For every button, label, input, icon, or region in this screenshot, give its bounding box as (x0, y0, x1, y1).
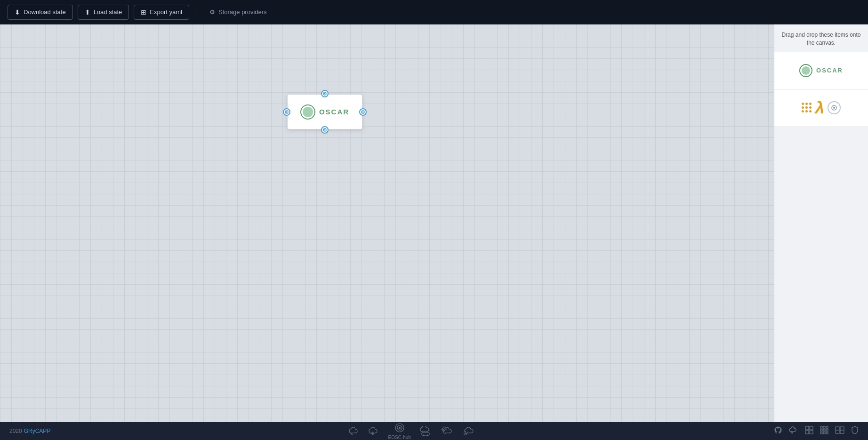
lambda-dot-6 (809, 106, 812, 109)
sidebar-oscar-card[interactable]: OSCAR (774, 52, 868, 89)
svg-point-3 (324, 129, 326, 131)
lambda-dot-3 (809, 103, 812, 105)
download-icon: ⬇ (15, 8, 20, 16)
footer-center-icons: EOSC-hub (349, 423, 476, 440)
oscar-logo-inner (303, 107, 313, 117)
grid-medium-icon[interactable] (820, 426, 828, 436)
shield-icon[interactable] (851, 426, 859, 436)
lambda-dot-1 (802, 103, 804, 105)
svg-rect-26 (810, 426, 813, 430)
storage-providers-button[interactable]: ⚙ Storage providers (203, 5, 273, 19)
svg-point-1 (324, 93, 326, 95)
handle-right[interactable] (359, 108, 367, 116)
main-area: OSCAR Drag and drop these items onto the… (0, 24, 868, 422)
svg-point-15 (423, 435, 424, 436)
svg-point-16 (426, 435, 428, 436)
svg-rect-28 (810, 431, 813, 434)
lambda-sidebar-content: λ (802, 99, 840, 116)
handle-top[interactable] (321, 90, 329, 97)
handle-left[interactable] (283, 108, 290, 116)
footer-cloud-double-icon[interactable] (349, 427, 360, 435)
svg-rect-34 (826, 429, 828, 431)
svg-rect-27 (805, 431, 809, 434)
lambda-letter: λ (815, 99, 824, 116)
lambda-dot-4 (802, 106, 804, 109)
sidebar-lambda-card[interactable]: λ (774, 89, 868, 127)
svg-line-23 (464, 432, 464, 433)
toolbar-separator (196, 6, 196, 19)
github-icon[interactable] (774, 426, 782, 436)
lambda-dot-5 (805, 106, 808, 109)
footer: 2020 GRyCAPP EOSC-hub (0, 422, 868, 440)
grid-small-icon[interactable] (805, 426, 813, 436)
svg-rect-37 (826, 432, 828, 434)
svg-point-5 (286, 111, 288, 112)
lambda-dots (802, 103, 812, 113)
lambda-dot-8 (805, 110, 808, 112)
svg-rect-14 (422, 432, 429, 435)
oscar-node-label: OSCAR (319, 108, 349, 116)
gear-icon: ⚙ (209, 8, 215, 16)
download-state-button[interactable]: ⬇ Download state (8, 5, 73, 20)
svg-rect-25 (805, 426, 809, 430)
svg-point-13 (399, 427, 401, 429)
svg-rect-33 (823, 429, 825, 431)
grid-large-icon[interactable] (835, 426, 844, 436)
lambda-dot-7 (802, 110, 804, 112)
export-yaml-button[interactable]: ⊞ Export yaml (134, 5, 189, 20)
oscar-sidebar-label: OSCAR (816, 67, 843, 74)
oscar-sidebar-circle (799, 64, 812, 77)
svg-rect-36 (823, 432, 825, 434)
cloud-footer-icon[interactable] (789, 426, 798, 436)
oscar-node-content: OSCAR (300, 104, 349, 120)
svg-point-7 (362, 111, 364, 112)
footer-brand-link[interactable]: GRyCAPP (24, 428, 51, 434)
toolbar: ⬇ Download state ⬆ Load state ⊞ Export y… (0, 0, 868, 24)
right-sidebar: Drag and drop these items onto the canva… (774, 24, 868, 422)
svg-rect-31 (826, 426, 828, 428)
lambda-circle-icon (828, 101, 841, 114)
footer-eosc-label: EOSC-hub (388, 435, 411, 440)
footer-cloud-car-icon[interactable] (419, 426, 433, 436)
oscar-sidebar-content: OSCAR (799, 64, 843, 77)
oscar-sidebar-inner (802, 66, 810, 75)
oscar-logo-circle (300, 104, 315, 120)
footer-cloud-sunrise-icon[interactable] (463, 426, 476, 436)
upload-icon: ⬆ (85, 8, 90, 16)
export-icon: ⊞ (141, 8, 146, 16)
sidebar-hint: Drag and drop these items onto the canva… (774, 24, 868, 52)
svg-line-24 (467, 432, 467, 433)
load-state-button[interactable]: ⬆ Load state (78, 5, 129, 20)
svg-point-9 (833, 107, 835, 109)
oscar-canvas-node[interactable]: OSCAR (287, 94, 362, 129)
footer-cloud-sun-icon[interactable] (441, 426, 454, 436)
footer-cloud-arrow-icon[interactable] (369, 427, 380, 435)
footer-right-icons (774, 426, 859, 436)
footer-copyright: 2020 GRyCAPP (9, 428, 50, 434)
svg-rect-30 (823, 426, 825, 428)
svg-rect-32 (820, 429, 822, 431)
svg-rect-29 (820, 426, 822, 428)
lambda-dot-9 (809, 110, 812, 112)
lambda-dot-2 (805, 103, 808, 105)
svg-rect-35 (820, 432, 822, 434)
handle-bottom[interactable] (321, 126, 329, 134)
canvas-area[interactable]: OSCAR (0, 24, 774, 422)
footer-eosc-icon[interactable]: EOSC-hub (388, 423, 411, 440)
